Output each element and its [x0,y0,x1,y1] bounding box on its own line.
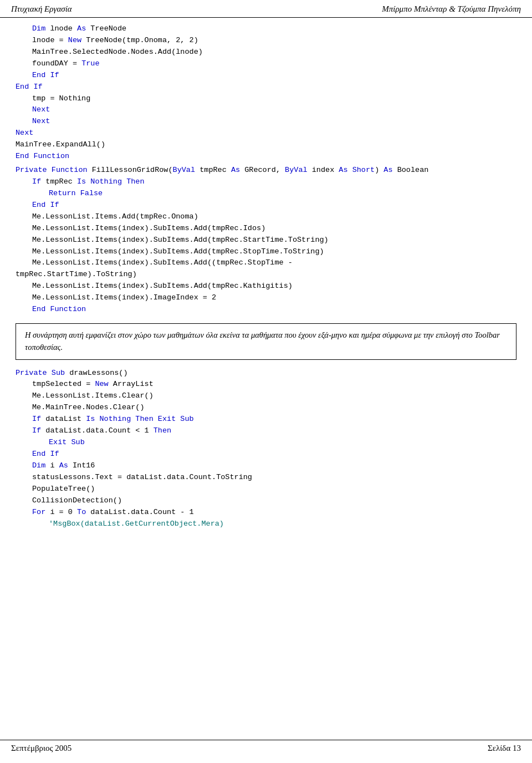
page-container: Πτυχιακή Εργασία Μπίρμπο Μπλένταρ & Τζού… [0,0,532,763]
header-left: Πτυχιακή Εργασία [11,4,72,14]
code-block-3: Private Sub drawLessons() tmpSelected = … [16,368,516,530]
code-block-1: Dim lnode As TreeNode lnode = New TreeNo… [16,23,516,162]
footer-right: Σελίδα 13 [488,744,521,753]
page-header: Πτυχιακή Εργασία Μπίρμπο Μπλένταρ & Τζού… [0,0,532,18]
page-footer: Σεπτέμβριος 2005 Σελίδα 13 [0,740,532,753]
description-box: Η συνάρτηση αυτή εμφανίζει στον χώρο των… [16,323,516,360]
header-right: Μπίρμπο Μπλένταρ & Τζούμπα Πηνελόπη [382,4,521,14]
description-text: Η συνάρτηση αυτή εμφανίζει στον χώρο των… [25,330,500,352]
footer-left: Σεπτέμβριος 2005 [11,744,71,753]
code-block-2: Private Function FillLessonGridRow(ByVal… [16,165,516,316]
main-content: Dim lnode As TreeNode lnode = New TreeNo… [0,18,532,537]
